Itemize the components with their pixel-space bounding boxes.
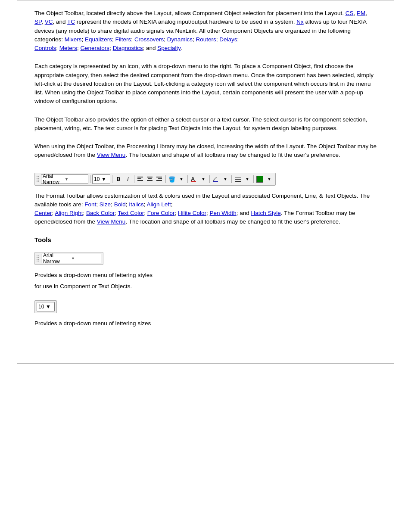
link-font[interactable]: Font — [84, 201, 96, 208]
svg-rect-8 — [156, 180, 162, 181]
page: The Object Toolbar, located directly abo… — [0, 0, 411, 364]
fore-color-arrow[interactable]: ▼ — [221, 175, 230, 184]
color-swatch-green — [256, 176, 263, 183]
link-back-color[interactable]: Back Color — [86, 210, 115, 216]
link-align-right[interactable]: Align Right — [55, 210, 83, 216]
format-desc-text: The Format Toolbar allows customization … — [34, 193, 370, 225]
text-color-arrow[interactable]: ▼ — [199, 175, 208, 184]
link-hilite-color[interactable]: Hilite Color — [178, 210, 206, 216]
size-tool-arrow: ▼ — [46, 304, 53, 310]
back-color-icon: 🪣 — [168, 176, 175, 183]
font-tool: Arial Narrow ▼ — [34, 252, 377, 265]
separator-6 — [209, 175, 210, 183]
text-color-button[interactable]: A — [190, 175, 198, 184]
link-fore-color[interactable]: Fore Color — [147, 210, 175, 216]
svg-text:𝒻: 𝒻 — [213, 176, 217, 182]
svg-rect-4 — [148, 178, 152, 179]
align-center-button[interactable] — [146, 175, 154, 184]
link-mixers[interactable]: Mixers — [65, 36, 82, 43]
paragraph-4: When using the Object Toolbar, the Proce… — [34, 142, 377, 160]
svg-rect-14 — [235, 177, 241, 177]
link-align-left[interactable]: Align Left — [146, 201, 171, 208]
font-tool-dropdown[interactable]: Arial Narrow ▼ — [41, 254, 101, 263]
font-size-dropdown[interactable]: 10 ▼ — [92, 174, 110, 184]
font-size-value: 10 — [94, 176, 101, 182]
separator-7 — [231, 175, 232, 183]
link-diagnostics[interactable]: Diagnostics — [113, 45, 143, 51]
link-nx[interactable]: Nx — [296, 19, 304, 25]
link-routers[interactable]: Routers — [196, 36, 216, 43]
size-tool-dropdown[interactable]: 10 ▼ — [37, 302, 55, 311]
italic-button[interactable]: I — [124, 175, 132, 184]
pen-width-button[interactable] — [234, 175, 242, 184]
link-dynamics[interactable]: Dynamics — [167, 36, 193, 43]
link-italics[interactable]: Italics — [129, 201, 144, 208]
size-tool-dropdown-container: 10 ▼ — [34, 300, 57, 313]
font-name-value: Arial Narrow — [43, 173, 65, 185]
font-name-dropdown[interactable]: Arial Narrow ▼ — [41, 174, 88, 184]
link-text-color[interactable]: Text Color — [118, 210, 144, 216]
link-crossovers[interactable]: Crossovers — [134, 36, 164, 43]
hatch-style-arrow[interactable]: ▼ — [265, 175, 274, 184]
link-center[interactable]: Center — [34, 210, 52, 216]
text-color-icon: A — [191, 176, 197, 183]
bold-button[interactable]: B — [114, 175, 123, 184]
link-hatch-style[interactable]: Hatch Style — [251, 210, 281, 216]
link-meters[interactable]: Meters — [59, 45, 77, 51]
hatch-style-button[interactable] — [255, 175, 264, 184]
back-color-button[interactable]: 🪣 — [168, 175, 176, 184]
link-controls[interactable]: Controls — [34, 45, 56, 51]
link-vc[interactable]: VC — [45, 19, 53, 25]
link-cs[interactable]: CS — [346, 10, 354, 16]
align-right-button[interactable] — [155, 175, 164, 184]
font-tool-dropdown-container: Arial Narrow ▼ — [34, 252, 103, 265]
separator-5 — [187, 175, 188, 183]
link-bold[interactable]: Bold — [114, 201, 126, 208]
link-view-menu-1[interactable]: View Menu — [97, 152, 126, 158]
svg-rect-0 — [137, 177, 143, 177]
font-dropdown-arrow: ▼ — [65, 177, 87, 181]
size-tool-value: 10 — [38, 304, 46, 310]
tools-section: Tools Arial Narrow ▼ Pro — [34, 236, 377, 328]
paragraph-2: Each category is represented by an icon,… — [34, 62, 377, 106]
fore-color-button[interactable]: 𝒻 — [212, 175, 220, 184]
font-tool-value: Arial Narrow — [43, 252, 71, 264]
svg-rect-6 — [156, 177, 162, 177]
fore-color-icon: 𝒻 — [213, 176, 219, 183]
p2-text: Each category is represented by an icon,… — [34, 63, 374, 104]
link-sp[interactable]: SP — [34, 19, 41, 25]
svg-text:A: A — [191, 176, 195, 182]
paragraph-1: The Object Toolbar, located directly abo… — [34, 9, 377, 53]
font-tool-drag-handle — [37, 255, 39, 261]
p4-text: When using the Object Toolbar, the Proce… — [34, 143, 377, 158]
svg-rect-2 — [137, 180, 143, 181]
main-content: The Object Toolbar, located directly abo… — [0, 0, 411, 346]
svg-rect-7 — [158, 178, 162, 179]
link-view-menu-2[interactable]: View Menu — [97, 218, 126, 225]
link-pm[interactable]: PM — [357, 10, 365, 16]
size-dropdown-arrow: ▼ — [101, 176, 109, 182]
link-size[interactable]: Size — [100, 201, 111, 208]
pen-width-arrow[interactable]: ▼ — [243, 175, 252, 184]
format-toolbar-description: The Format Toolbar allows customization … — [34, 192, 377, 227]
link-delays[interactable]: Delays — [219, 36, 237, 43]
svg-rect-1 — [137, 178, 141, 179]
pen-width-icon — [235, 176, 241, 182]
link-filters[interactable]: Filters — [115, 36, 131, 43]
separator-1 — [90, 175, 90, 183]
back-color-arrow[interactable]: ▼ — [177, 175, 186, 184]
font-tool-desc2: for use in Component or Text Objects. — [34, 282, 377, 291]
link-equalizers[interactable]: Equalizers — [85, 36, 112, 43]
link-pen-width[interactable]: Pen Width — [210, 210, 237, 216]
link-specialty[interactable]: Specialty — [157, 45, 181, 51]
toolbar-drag-handle — [37, 176, 39, 182]
svg-rect-5 — [147, 180, 153, 181]
bottom-divider — [17, 363, 394, 364]
tools-heading: Tools — [34, 236, 377, 243]
separator-8 — [253, 175, 254, 183]
link-tc[interactable]: TC — [67, 19, 75, 25]
font-tool-desc1: Provides a drop-down menu of lettering s… — [34, 271, 377, 280]
align-left-button[interactable] — [136, 175, 145, 184]
link-generators[interactable]: Generators — [81, 45, 110, 51]
separator-4 — [165, 175, 166, 183]
